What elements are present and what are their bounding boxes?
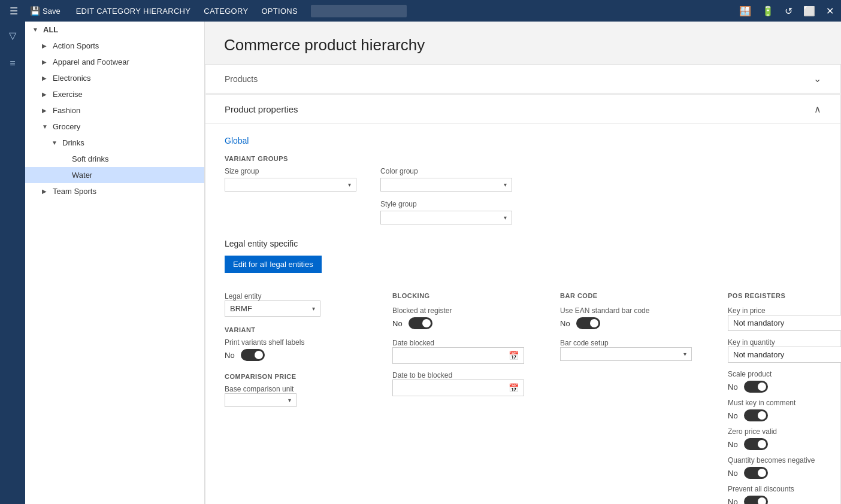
- quantity-negative-no: No: [728, 469, 738, 478]
- sidebar-item-team-sports[interactable]: ▶ Team Sports: [25, 183, 204, 199]
- nav-options[interactable]: OPTIONS: [255, 4, 304, 18]
- blocked-at-register-toggle[interactable]: [409, 317, 432, 329]
- use-ean-toggle[interactable]: [576, 317, 600, 329]
- four-col-layout: Legal entity BRMF ▾ VARIANT Print varian…: [225, 292, 821, 504]
- main-layout: ▽ ≡ ▼ ALL ▶ Action Sports ▶ Apparel and …: [0, 22, 841, 504]
- zero-price-valid-label: Zero price valid: [728, 427, 841, 436]
- close-icon[interactable]: ✕: [824, 4, 836, 18]
- style-group-label: Style group: [380, 200, 512, 208]
- sidebar-item-all[interactable]: ▼ ALL: [25, 22, 204, 38]
- list-icon[interactable]: ≡: [6, 54, 19, 72]
- sidebar-item-exercise[interactable]: ▶ Exercise: [25, 86, 204, 102]
- must-key-in-comment-row: No: [728, 409, 841, 421]
- save-button[interactable]: 💾 Save: [25, 4, 65, 18]
- base-comp-unit-label: Base comparison unit: [225, 385, 356, 393]
- barcode-title: BAR CODE: [560, 292, 692, 299]
- title-bar-right: 🪟 🔋 ↺ ⬜ ✕: [737, 4, 836, 18]
- must-key-in-comment-toggle[interactable]: [744, 409, 768, 421]
- prevent-all-discounts-toggle[interactable]: [744, 496, 768, 504]
- legal-entity-select[interactable]: BRMF ▾: [225, 300, 320, 317]
- sidebar-label-electronics: Electronics: [53, 74, 91, 83]
- menu-icon[interactable]: ☰: [5, 3, 23, 19]
- product-properties-header[interactable]: Product properties ∧: [205, 95, 840, 124]
- print-variants-toggle[interactable]: [241, 349, 265, 361]
- legal-entity-field-label: Legal entity: [225, 292, 356, 300]
- sidebar-item-water[interactable]: Water: [25, 167, 204, 183]
- products-section-header[interactable]: Products ⌄: [205, 64, 841, 93]
- key-in-quantity-select[interactable]: Not mandatory ▾: [728, 347, 841, 363]
- print-variants-toggle-row: No: [225, 349, 356, 361]
- zero-price-valid-row: No: [728, 438, 841, 450]
- nav-edit-category[interactable]: Edit category hierarchy: [70, 4, 197, 18]
- filter-icon[interactable]: ▽: [5, 26, 20, 45]
- prevent-all-discounts-label: Prevent all discounts: [728, 485, 841, 493]
- use-ean-label: Use EAN standard bar code: [560, 306, 692, 315]
- scale-product-no: No: [728, 382, 738, 391]
- window-icon[interactable]: 🪟: [737, 4, 754, 18]
- sidebar-label-drinks: Drinks: [62, 138, 84, 147]
- style-group-select[interactable]: ▾: [380, 211, 512, 224]
- date-to-be-blocked-field[interactable]: [398, 384, 509, 393]
- prevent-all-discounts-no: No: [728, 497, 738, 505]
- must-key-in-comment-label: Must key in comment: [728, 399, 841, 407]
- product-properties-section: Product properties ∧ Global VARIANT GROU…: [205, 95, 841, 504]
- sidebar-label-water: Water: [72, 171, 92, 180]
- quantity-negative-label: Quantity becomes negative: [728, 456, 841, 464]
- sidebar-item-action-sports[interactable]: ▶ Action Sports: [25, 38, 204, 54]
- sidebar-item-apparel[interactable]: ▶ Apparel and Footwear: [25, 54, 204, 70]
- arrow-team-sports: ▶: [42, 188, 49, 195]
- barcode-setup-label: Bar code setup: [560, 339, 692, 347]
- sidebar-label-action-sports: Action Sports: [53, 41, 99, 50]
- date-to-blocked-calendar-icon[interactable]: 📅: [509, 383, 519, 393]
- prevent-all-discounts-row: No: [728, 496, 841, 504]
- maximize-icon[interactable]: ⬜: [801, 4, 818, 18]
- sidebar-item-drinks[interactable]: ▼ Drinks: [25, 135, 204, 151]
- date-to-be-blocked-label: Date to be blocked: [392, 371, 524, 379]
- page-title: Commerce product hierarchy: [224, 36, 822, 54]
- sidebar-item-grocery[interactable]: ▼ Grocery: [25, 119, 204, 135]
- size-group-select[interactable]: ▾: [225, 178, 356, 192]
- sidebar-label-grocery: Grocery: [53, 122, 80, 131]
- search-input[interactable]: [311, 5, 407, 17]
- battery-icon[interactable]: 🔋: [760, 4, 776, 18]
- arrow-exercise: ▶: [42, 91, 49, 98]
- refresh-icon[interactable]: ↺: [782, 4, 795, 18]
- save-icon: 💾: [30, 6, 40, 16]
- sidebar-item-electronics[interactable]: ▶ Electronics: [25, 70, 204, 86]
- print-variants-toggle-no: No: [225, 351, 235, 360]
- sidebar-item-soft-drinks[interactable]: Soft drinks: [25, 151, 204, 167]
- base-unit-select[interactable]: ▾: [225, 393, 297, 407]
- date-blocked-calendar-icon[interactable]: 📅: [509, 351, 519, 360]
- zero-price-valid-no: No: [728, 440, 738, 449]
- sidebar-item-fashion[interactable]: ▶ Fashion: [25, 102, 204, 119]
- variant-groups-title: VARIANT GROUPS: [225, 155, 821, 162]
- size-group-field: Size group ▾: [225, 167, 356, 224]
- must-key-in-comment-no: No: [728, 411, 738, 420]
- date-to-be-blocked-input[interactable]: 📅: [392, 379, 524, 396]
- blocked-at-register-row: No: [392, 317, 524, 329]
- color-group-label: Color group: [380, 167, 512, 175]
- arrow-fashion: ▶: [42, 107, 49, 114]
- legal-entity-arrow: ▾: [312, 305, 315, 312]
- sidebar: ▼ ALL ▶ Action Sports ▶ Apparel and Foot…: [25, 22, 205, 504]
- date-blocked-field[interactable]: [398, 351, 509, 360]
- blocking-title: BLOCKING: [392, 292, 524, 299]
- quantity-negative-toggle[interactable]: [744, 467, 768, 479]
- date-blocked-input[interactable]: 📅: [392, 347, 524, 364]
- nav-category[interactable]: CATEGORY: [198, 4, 254, 18]
- properties-body: Global VARIANT GROUPS Size group ▾ Color…: [205, 124, 840, 504]
- barcode-setup-select[interactable]: ▾: [560, 347, 692, 361]
- scale-product-toggle[interactable]: [744, 381, 768, 393]
- col-blocking: BLOCKING Blocked at register No Date blo…: [392, 292, 524, 504]
- edit-all-legal-entities-button[interactable]: Edit for all legal entities: [225, 256, 322, 273]
- size-group-arrow: ▾: [348, 181, 351, 188]
- zero-price-valid-toggle[interactable]: [744, 438, 768, 450]
- arrow-water: [61, 172, 68, 178]
- page-header: Commerce product hierarchy: [205, 22, 841, 59]
- col-barcode: BAR CODE Use EAN standard bar code No Ba…: [560, 292, 692, 504]
- key-in-price-select[interactable]: Not mandatory ▾: [728, 315, 841, 331]
- sidebar-label-fashion: Fashion: [53, 106, 80, 115]
- arrow-soft-drinks: [61, 156, 68, 162]
- legal-entity-title: Legal entity specific: [225, 239, 821, 248]
- color-group-select[interactable]: ▾: [380, 178, 512, 192]
